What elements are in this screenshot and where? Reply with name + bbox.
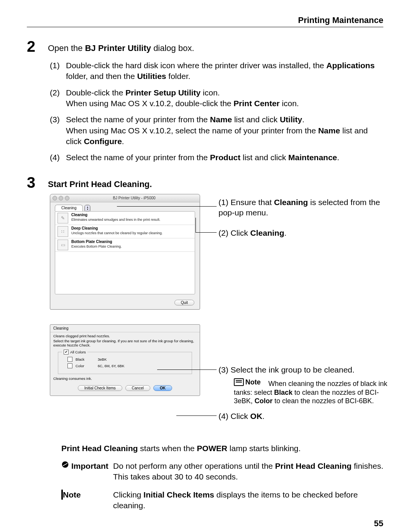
option-cleaning-desc: Eliminates unwanted smudges and lines in… bbox=[71, 218, 160, 222]
note-label: Note bbox=[234, 378, 261, 387]
all-colors-label: All Colors bbox=[70, 350, 86, 354]
popup-menu-row: Cleaning ▲▼ bbox=[50, 202, 200, 211]
step-3-title: Start Print Head Cleaning. bbox=[48, 174, 152, 189]
callout-2: (2) Click Cleaning. bbox=[219, 228, 286, 238]
step-2-number: 2 bbox=[27, 38, 48, 54]
important-block: Important Do not perform any other opera… bbox=[61, 461, 383, 483]
bj-printer-utility-window: BJ Printer Utility - iP5000 Cleaning ▲▼ … bbox=[50, 194, 200, 310]
option-black-row[interactable]: Black 3eBK bbox=[67, 357, 188, 362]
cleaning-dialog: Cleaning Cleans clogged print head nozzl… bbox=[50, 324, 200, 396]
callout-line-2h bbox=[196, 232, 217, 233]
note-icon bbox=[61, 489, 63, 500]
option-bottom-plate-cleaning[interactable]: ▭ Bottom Plate Cleaning Executes Bottom … bbox=[55, 238, 195, 252]
option-bottom-plate-desc: Executes Bottom Plate Cleaning. bbox=[71, 245, 122, 248]
initial-check-items-button[interactable]: Initial Check Items bbox=[78, 385, 122, 391]
substep-2-1-num: (1) bbox=[50, 60, 66, 82]
option-deep-cleaning-desc: Unclogs nozzles that cannot be cleared b… bbox=[71, 231, 163, 235]
callout-line-3 bbox=[157, 369, 217, 370]
window-title: BJ Printer Utility - iP5000 bbox=[71, 196, 197, 200]
step-2-title-pre: Open the bbox=[48, 43, 85, 53]
quit-button[interactable]: Quit bbox=[174, 300, 194, 305]
step-3: 3 Start Print Head Cleaning. bbox=[27, 174, 383, 190]
popup-menu-value: Cleaning bbox=[61, 206, 76, 210]
substep-2-4-body: Select the name of your printer from the… bbox=[66, 152, 339, 163]
substep-2-1-body: Double-click the hard disk icon where th… bbox=[66, 60, 383, 82]
window-titlebar: BJ Printer Utility - iP5000 bbox=[50, 194, 200, 202]
figure-cleaning-dialog: Cleaning Cleans clogged print head nozzl… bbox=[50, 324, 383, 439]
note-block: Note Clicking Initial Check Items displa… bbox=[61, 489, 383, 511]
popup-menu[interactable]: Cleaning bbox=[55, 205, 83, 211]
option-deep-cleaning[interactable]: ∷ Deep Cleaning Unclogs nozzles that can… bbox=[55, 225, 195, 238]
substep-2-4: (4) Select the name of your printer from… bbox=[50, 152, 383, 163]
note-body: Clicking Initial Check Items displays th… bbox=[113, 489, 383, 511]
checkbox-icon bbox=[67, 363, 72, 368]
figure-bj-printer-utility: BJ Printer Utility - iP5000 Cleaning ▲▼ … bbox=[50, 194, 383, 324]
chevron-updown-icon: ▲▼ bbox=[85, 205, 90, 211]
step-2: 2 Open the BJ Printer Utility dialog box… bbox=[27, 38, 383, 54]
cleaning-dialog-sub: Select the target ink group for cleaning… bbox=[50, 338, 200, 350]
substep-2-2-body: Double-click the Printer Setup Utility i… bbox=[66, 87, 299, 109]
important-label: Important bbox=[71, 461, 108, 471]
callout-line-2v bbox=[196, 218, 196, 232]
callout-3: (3) Select the ink group to be cleaned. bbox=[219, 365, 355, 375]
cleaning-dialog-title: Cleaning bbox=[50, 325, 200, 332]
step-3-number: 3 bbox=[27, 174, 48, 190]
page-number: 55 bbox=[27, 519, 383, 529]
substep-2-3: (3) Select the name of your printer from… bbox=[50, 114, 383, 147]
step-2-substeps: (1) Double-click the hard disk icon wher… bbox=[50, 60, 383, 163]
option-bottom-plate-label: Bottom Plate Cleaning bbox=[71, 240, 122, 244]
important-icon bbox=[61, 461, 69, 468]
cancel-button[interactable]: Cancel bbox=[125, 385, 150, 391]
callout-line-1 bbox=[117, 206, 217, 207]
cleaning-consumes-label: Cleaning consumes ink. bbox=[50, 376, 200, 383]
minimize-icon[interactable] bbox=[59, 196, 63, 200]
bottom-plate-icon: ▭ bbox=[58, 240, 68, 250]
deep-cleaning-icon: ∷ bbox=[58, 226, 68, 237]
step-2-title: Open the BJ Printer Utility dialog box. bbox=[48, 38, 194, 53]
note-ink-tanks: Note When cleaning the nozzles of black … bbox=[234, 378, 395, 406]
important-tag: Important bbox=[61, 461, 113, 483]
note-icon bbox=[234, 378, 244, 386]
note-label-text: Note bbox=[245, 378, 261, 387]
note-tag: Note bbox=[61, 489, 113, 511]
checkbox-icon bbox=[67, 357, 72, 362]
substep-2-2-num: (2) bbox=[50, 87, 66, 109]
option-color-label: Color bbox=[76, 364, 95, 368]
ok-button[interactable]: OK bbox=[153, 385, 172, 391]
print-head-cleaning-starts: Print Head Cleaning starts when the POWE… bbox=[61, 443, 383, 454]
substep-2-3-body: Select the name of your printer from the… bbox=[66, 114, 383, 147]
cleaning-option-list: ✎ Cleaning Eliminates unwanted smudges a… bbox=[55, 211, 195, 294]
option-black-codes: 3eBK bbox=[98, 357, 107, 361]
option-color-codes: 6C, 6M, 6Y, 6BK bbox=[98, 364, 125, 368]
step-2-title-bold: BJ Printer Utility bbox=[85, 43, 151, 53]
callout-1: (1) Ensure that Cleaning is selected fro… bbox=[219, 197, 383, 218]
substep-2-2: (2) Double-click the Printer Setup Utili… bbox=[50, 87, 383, 109]
cleaning-icon: ✎ bbox=[58, 213, 68, 223]
callout-line-4 bbox=[176, 415, 217, 416]
step-2-title-post: dialog box. bbox=[151, 43, 194, 53]
popup-menu-stepper[interactable]: ▲▼ bbox=[84, 205, 90, 211]
zoom-icon[interactable] bbox=[65, 196, 69, 200]
cleaning-dialog-desc: Cleans clogged print head nozzles. bbox=[50, 332, 200, 338]
ink-group-box: ✔ All Colors Black 3eBK Color 6C, 6M, 6Y… bbox=[58, 352, 192, 374]
option-black-label: Black bbox=[76, 357, 95, 361]
note-label-text: Note bbox=[63, 490, 81, 499]
all-colors-checkbox[interactable]: ✔ All Colors bbox=[62, 350, 87, 355]
checkbox-checked-icon: ✔ bbox=[64, 350, 69, 355]
close-icon[interactable] bbox=[53, 196, 57, 200]
substep-2-1: (1) Double-click the hard disk icon wher… bbox=[50, 60, 383, 82]
option-cleaning[interactable]: ✎ Cleaning Eliminates unwanted smudges a… bbox=[55, 212, 195, 225]
substep-2-4-num: (4) bbox=[50, 152, 66, 163]
callout-4: (4) Click OK. bbox=[219, 411, 264, 421]
option-deep-cleaning-label: Deep Cleaning bbox=[71, 226, 163, 230]
option-color-row[interactable]: Color 6C, 6M, 6Y, 6BK bbox=[67, 363, 188, 368]
option-cleaning-label: Cleaning bbox=[71, 213, 160, 217]
page-header: Printing Maintenance bbox=[27, 15, 383, 27]
important-body: Do not perform any other operations unti… bbox=[113, 461, 383, 483]
substep-2-3-num: (3) bbox=[50, 114, 66, 147]
